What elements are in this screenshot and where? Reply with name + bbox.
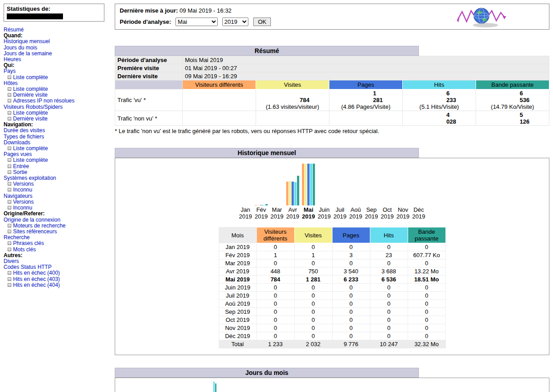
monthly-row-month: Déc 2019 xyxy=(219,332,256,340)
sidebar-link-liste-compl-te[interactable]: Liste complète xyxy=(13,145,48,151)
main-content: Dernière mise à jour: 09 Mai 2019 - 16:3… xyxy=(115,4,549,392)
sidebar-link-syst-mes-exploitation[interactable]: Systèmes exploitation xyxy=(4,175,56,181)
monthly-row-value: 0 xyxy=(332,292,370,300)
sidebar-link-derni-re-visite[interactable]: Dernière visite xyxy=(13,116,48,122)
chart-bar xyxy=(263,205,265,205)
sidebar-link-moteurs-de-recherche[interactable]: Moteurs de recherche xyxy=(13,223,66,229)
summary-section-title: Résumé xyxy=(115,46,419,56)
chart-bar xyxy=(257,205,260,205)
monthly-row-value: 0 xyxy=(256,308,294,316)
traffic-value-sub: (4.86 Pages/Visite) xyxy=(332,103,400,110)
submenu-branch-icon xyxy=(8,271,11,275)
days-chart-average xyxy=(469,381,476,392)
summary-corner-cell xyxy=(115,80,183,89)
year-select[interactable]: 2019 xyxy=(222,18,248,26)
monthly-row-value: 0 xyxy=(332,243,370,251)
monthly-row-value: 0 xyxy=(256,332,294,340)
sidebar-item: Heures xyxy=(4,57,112,62)
monthly-row-value: 0 xyxy=(408,300,445,308)
sidebar-link-sortie[interactable]: Sortie xyxy=(13,169,27,175)
sidebar-link-hits-en-chec-400-[interactable]: Hits en échec (400) xyxy=(13,270,60,276)
monthly-row-value: 0 xyxy=(370,300,408,308)
traffic-value-cell: 6 536(5.1 Hits/Visite) xyxy=(403,89,476,111)
sidebar-link-inconnu[interactable]: Inconnu xyxy=(13,205,32,211)
month-bar-group xyxy=(395,163,411,205)
monthly-row-value: 1 281 xyxy=(294,276,332,284)
month-axis-label-month: Déc xyxy=(411,206,427,213)
month-bar-group xyxy=(348,163,364,205)
sidebar-link-codes-status-http[interactable]: Codes Status HTTP xyxy=(4,264,52,270)
month-bar-group xyxy=(285,163,301,205)
sidebar-link-visiteurs-robots-spiders[interactable]: Visiteurs Robots/Spiders xyxy=(4,104,63,110)
awstats-logo-icon xyxy=(457,5,506,30)
sidebar-link-adresses-ip-non-r-solues[interactable]: Adresses IP non résolues xyxy=(13,98,75,104)
stats-title: Statistiques de: xyxy=(7,5,101,12)
sidebar-link-dur-e-des-visites[interactable]: Durée des visites xyxy=(4,127,45,134)
monthly-row-value: 0 xyxy=(332,308,370,316)
sidebar-link-derni-re-visite[interactable]: Dernière visite xyxy=(13,92,48,98)
awstats-logo[interactable] xyxy=(457,5,506,31)
monthly-row-value: 0 xyxy=(370,308,408,316)
month-axis-label-year: 2019 xyxy=(332,213,348,220)
sidebar-link-liste-compl-te[interactable]: Liste complète xyxy=(13,110,48,116)
month-bar-group xyxy=(364,163,379,205)
monthly-row-month: Oct 2019 xyxy=(219,316,256,324)
sidebar-section-header: Qui: xyxy=(4,62,112,68)
month-axis-label-month: Oct xyxy=(379,206,395,213)
month-bar-group xyxy=(379,163,395,205)
metric-header: Pages xyxy=(329,80,403,89)
sidebar-link-navigateurs[interactable]: Navigateurs xyxy=(4,193,32,199)
sidebar-link-liste-compl-te[interactable]: Liste complète xyxy=(13,157,48,163)
chart-bar xyxy=(289,181,291,205)
sidebar-link-sites-r-f-renceurs[interactable]: Sites référenceurs xyxy=(13,228,57,235)
monthly-row-value: 13.22 Mo xyxy=(408,267,445,276)
monthly-box: Jan2019Fév2019Mar2019Avr2019Mai2019Juin2… xyxy=(115,158,549,355)
sidebar-link-pays[interactable]: Pays xyxy=(4,68,16,74)
chart-bar xyxy=(255,205,257,205)
sidebar-link-versions[interactable]: Versions xyxy=(13,199,34,205)
monthly-row-value: 0 xyxy=(370,324,408,332)
sidebar-link-jours-de-la-semaine[interactable]: Jours de la semaine xyxy=(4,50,52,57)
sidebar-link-historique-mensuel[interactable]: Historique mensuel xyxy=(4,38,50,45)
ok-button[interactable]: OK xyxy=(253,18,271,26)
summary-info-label: Première visite xyxy=(115,64,183,72)
sidebar-link-divers[interactable]: Divers xyxy=(4,258,19,264)
sidebar-link-r-sum-[interactable]: Résumé xyxy=(4,27,24,33)
sidebar-link-hits-en-chec-404-[interactable]: Hits en échec (404) xyxy=(13,282,60,288)
month-select[interactable]: Mai xyxy=(175,18,218,26)
month-bar-group xyxy=(269,163,285,205)
sidebar-link-hits-en-chec-403-[interactable]: Hits en échec (403) xyxy=(13,276,60,282)
sidebar-link-recherche[interactable]: Recherche xyxy=(4,234,30,241)
traffic-value-cell: 4 028 xyxy=(329,111,403,126)
sidebar-link-downloads[interactable]: Downloads xyxy=(4,139,30,146)
sidebar-link-h-tes[interactable]: Hôtes xyxy=(4,80,18,86)
monthly-row-value: 0 xyxy=(408,284,445,292)
submenu-branch-icon xyxy=(8,76,11,79)
sidebar-link-jours-du-mois[interactable]: Jours du mois xyxy=(4,45,37,51)
sidebar-link-types-de-fichiers[interactable]: Types de fichiers xyxy=(4,134,44,140)
sidebar-link-pages-vues[interactable]: Pages vues xyxy=(4,151,32,157)
monthly-row-value: 0 xyxy=(256,324,294,332)
sidebar-link-entr-e[interactable]: Entrée xyxy=(13,163,29,169)
monthly-row-value: 0 xyxy=(408,324,445,332)
sidebar-link-origine-de-la-connexion[interactable]: Origine de la connexion xyxy=(4,217,60,223)
sidebar-link-liste-compl-te[interactable]: Liste complète xyxy=(13,74,48,80)
month-axis-label-year: 2019 xyxy=(379,213,395,220)
sidebar-link-liste-compl-te[interactable]: Liste complète xyxy=(13,86,48,92)
monthly-row-value: 0 xyxy=(370,332,408,340)
sidebar-link-mots-cl-s[interactable]: Mots clés xyxy=(13,246,36,253)
days-section-title: Jours du mois xyxy=(115,368,419,378)
monthly-row-month: Mai 2019 xyxy=(219,276,256,284)
sidebar-link-inconnu[interactable]: Inconnu xyxy=(13,187,32,193)
sidebar-link-versions[interactable]: Versions xyxy=(13,181,34,187)
traffic-value-cell: 60.12 Mo xyxy=(476,111,549,126)
sidebar-link-heures[interactable]: Heures xyxy=(4,56,21,62)
submenu-branch-icon xyxy=(8,170,11,174)
monthly-row-month: Nov 2019 xyxy=(219,324,256,332)
traffic-value-sub: (14.79 Ko/Visite) xyxy=(478,103,547,110)
monthly-row-value: 0 xyxy=(294,259,332,267)
month-bar-group xyxy=(316,163,332,205)
sidebar-link-phrases-cl-s[interactable]: Phrases clés xyxy=(13,240,44,246)
submenu-branch-icon xyxy=(8,224,11,227)
monthly-row-value: 0 xyxy=(332,300,370,308)
